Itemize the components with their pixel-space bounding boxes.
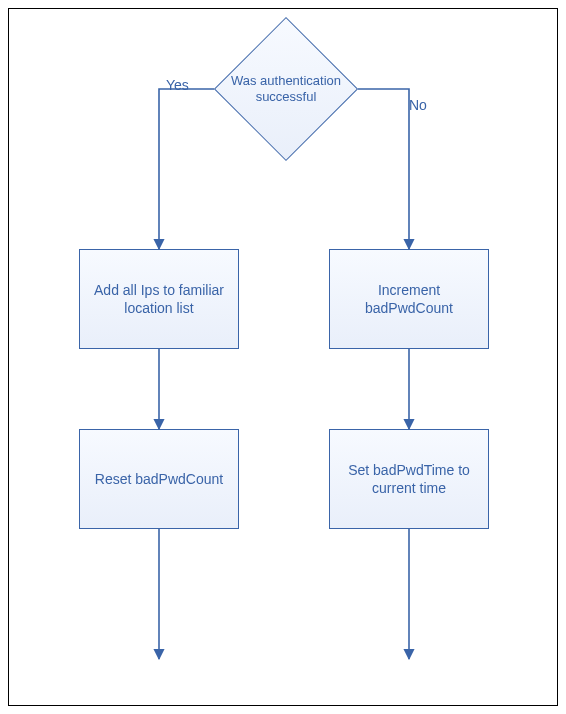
flowchart-frame: Was authentication successful Add all Ip… bbox=[8, 8, 558, 706]
connector-decision-no bbox=[358, 89, 409, 249]
flowchart-connectors bbox=[9, 9, 557, 705]
connector-decision-yes bbox=[159, 89, 214, 249]
